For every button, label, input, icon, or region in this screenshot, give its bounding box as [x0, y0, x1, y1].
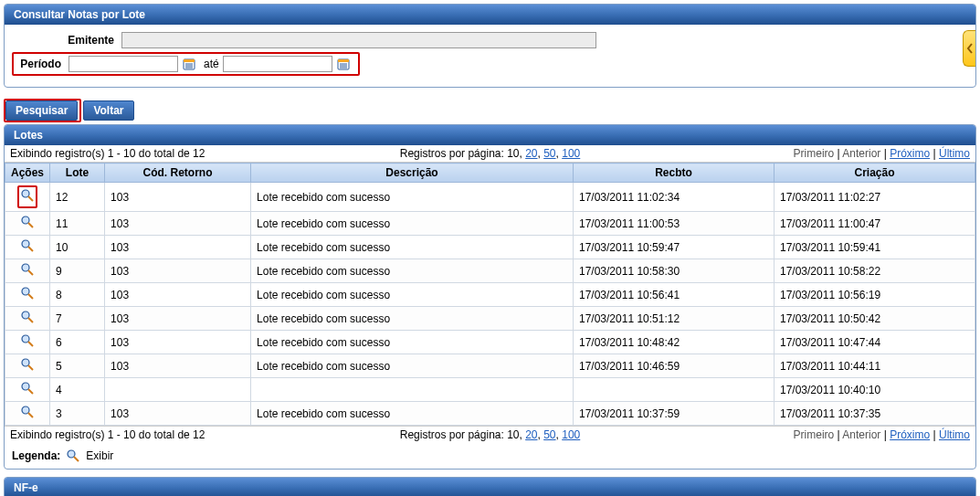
calendar-icon[interactable]: [336, 58, 351, 70]
pager-last[interactable]: Último: [939, 147, 970, 160]
pager-next[interactable]: Próximo: [890, 147, 930, 160]
view-icon[interactable]: [20, 357, 35, 372]
svg-line-31: [74, 457, 79, 461]
pager-20[interactable]: 20: [525, 147, 537, 160]
col-criacao: Criação: [775, 164, 975, 183]
cell-lote: 5: [50, 354, 105, 378]
cell-cod: 103: [105, 259, 251, 283]
svg-point-22: [22, 335, 29, 343]
cell-criacao: 17/03/2011 10:58:22: [775, 259, 975, 283]
view-icon[interactable]: [20, 262, 35, 277]
cell-lote: 3: [50, 402, 105, 426]
table-row: 5103Lote recebido com sucesso17/03/2011 …: [5, 354, 975, 378]
cell-recbto: 17/03/2011 10:37:59: [574, 402, 775, 426]
pager-perpage: Registros por página: 10, 20, 50, 100: [400, 428, 581, 441]
cell-desc: Lote recebido com sucesso: [251, 402, 574, 426]
svg-point-12: [22, 216, 29, 224]
svg-line-19: [28, 294, 33, 299]
table-row: 417/03/2011 10:40:10: [5, 378, 975, 402]
table-row: 8103Lote recebido com sucesso17/03/2011 …: [5, 283, 975, 307]
pager-prev: Anterior: [842, 147, 880, 160]
view-icon[interactable]: [20, 405, 35, 419]
cell-cod: [105, 378, 251, 402]
periodo-label: Período: [17, 58, 68, 70]
svg-point-30: [68, 450, 75, 458]
svg-line-13: [28, 223, 33, 227]
ate-label: até: [204, 58, 219, 70]
lotes-panel-title: Lotes: [5, 125, 975, 145]
cell-lote: 6: [50, 331, 105, 354]
cell-cod: 103: [105, 183, 251, 212]
table-row: 9103Lote recebido com sucesso17/03/2011 …: [5, 259, 975, 283]
pager-prev: Anterior: [842, 428, 880, 441]
table-row: 10103Lote recebido com sucesso17/03/2011…: [5, 236, 975, 259]
col-acoes: Ações: [5, 164, 50, 183]
filter-panel-title: Consultar Notas por Lote: [5, 5, 975, 25]
pager-50[interactable]: 50: [543, 147, 555, 160]
view-icon[interactable]: [20, 188, 35, 203]
pesquisar-button[interactable]: Pesquisar: [5, 100, 78, 121]
cell-cod: 103: [105, 283, 251, 307]
table-row: 11103Lote recebido com sucesso17/03/2011…: [5, 212, 975, 236]
cell-recbto: 17/03/2011 11:02:34: [574, 183, 775, 212]
cell-desc: Lote recebido com sucesso: [251, 212, 574, 236]
cell-recbto: 17/03/2011 10:58:30: [574, 259, 775, 283]
emitente-input[interactable]: [121, 32, 596, 48]
cell-desc: Lote recebido com sucesso: [251, 354, 574, 378]
periodo-start-input[interactable]: [68, 56, 178, 72]
periodo-end-input[interactable]: [223, 56, 332, 72]
voltar-button[interactable]: Voltar: [83, 100, 133, 121]
periodo-highlight: Período até: [12, 52, 360, 76]
cell-criacao: 17/03/2011 10:50:42: [775, 307, 975, 331]
view-icon[interactable]: [20, 381, 35, 396]
pager-last[interactable]: Último: [939, 428, 970, 441]
cell-lote: 12: [50, 183, 105, 212]
cell-cod: 103: [105, 331, 251, 354]
view-icon[interactable]: [20, 333, 35, 348]
svg-point-14: [22, 240, 29, 248]
cell-criacao: 17/03/2011 10:37:35: [775, 402, 975, 426]
pager-next[interactable]: Próximo: [890, 428, 930, 441]
svg-point-10: [22, 190, 29, 197]
col-lote: Lote: [50, 164, 105, 183]
cell-criacao: 17/03/2011 10:40:10: [775, 378, 975, 402]
cell-recbto: 17/03/2011 10:56:41: [574, 283, 775, 307]
pager-20[interactable]: 20: [525, 428, 537, 441]
cell-desc: Lote recebido com sucesso: [251, 259, 574, 283]
pager-perpage-prefix: Registros por página: 10,: [400, 147, 525, 160]
cell-cod: 103: [105, 307, 251, 331]
legend: Legenda: Exibir: [5, 443, 975, 469]
cell-recbto: 17/03/2011 11:00:53: [574, 212, 775, 236]
view-icon[interactable]: [20, 286, 35, 301]
svg-rect-6: [338, 59, 349, 62]
button-bar: Pesquisar Voltar: [4, 95, 976, 124]
pager-perpage: Registros por página: 10, 20, 50, 100: [400, 147, 581, 160]
pager-first: Primeiro: [794, 147, 835, 160]
legend-exibir: Exibir: [86, 449, 113, 462]
cell-lote: 11: [50, 212, 105, 236]
cell-desc: Lote recebido com sucesso: [251, 183, 574, 212]
svg-line-17: [28, 270, 33, 275]
calendar-icon[interactable]: [182, 58, 196, 70]
view-icon[interactable]: [20, 238, 35, 253]
view-icon[interactable]: [20, 310, 35, 324]
legend-label: Legenda:: [12, 449, 60, 462]
view-icon[interactable]: [20, 215, 35, 229]
cell-criacao: 17/03/2011 11:00:47: [775, 212, 975, 236]
pager-nav: Primeiro | Anterior | Próximo | Último: [794, 428, 970, 441]
cell-cod: 103: [105, 236, 251, 259]
cell-lote: 9: [50, 259, 105, 283]
cell-lote: 10: [50, 236, 105, 259]
pager-info: Exibindo registro(s) 1 - 10 do total de …: [10, 147, 205, 160]
cell-recbto: 17/03/2011 10:46:59: [574, 354, 775, 378]
col-cod: Cód. Retorno: [105, 164, 251, 183]
pager-100[interactable]: 100: [562, 147, 580, 160]
cell-desc: Lote recebido com sucesso: [251, 283, 574, 307]
pager-50[interactable]: 50: [543, 428, 555, 441]
pager-100[interactable]: 100: [562, 428, 580, 441]
col-recbto: Recbto: [574, 164, 775, 183]
cell-criacao: 17/03/2011 11:02:27: [775, 183, 975, 212]
cell-criacao: 17/03/2011 10:59:41: [775, 236, 975, 259]
cell-lote: 7: [50, 307, 105, 331]
cell-criacao: 17/03/2011 10:47:44: [775, 331, 975, 354]
